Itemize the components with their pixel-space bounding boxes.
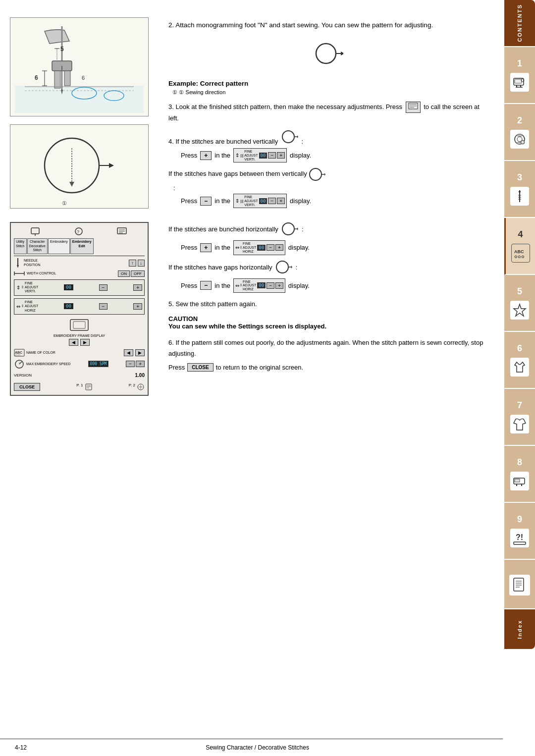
sewing-machine-icon [512,74,528,90]
svg-marker-99 [291,266,292,269]
speed-text: MAX EMBROIDERY SPEED [26,362,71,366]
plus-button-verti[interactable]: + [200,151,212,160]
fine-v-plus[interactable]: + [133,284,142,291]
example-block: Example: Correct pattern ① ① Sewing dire… [168,80,488,209]
fine-v-minus[interactable]: − [99,284,108,291]
step-3-text: 3. Look at the finished stitch pattern, … [168,102,488,124]
svg-point-11 [522,141,524,143]
screen-button-icon[interactable] [406,102,421,113]
emb-frame-label: EMBROIDERY FRAME DISPLAY [54,334,105,337]
needle-pos-icon [14,258,22,268]
needle-down-btn[interactable]: ↓ [138,260,145,267]
version-label: VERSION [14,373,32,378]
bunched-v-symbol [281,130,298,145]
fine-h-minus[interactable]: − [99,303,108,310]
on-btn[interactable]: ON [118,270,130,277]
minus-button-verti[interactable]: − [200,197,212,206]
on-off-buttons: ON OFF [118,270,145,277]
h-plus-btn-display[interactable]: + [275,244,283,251]
color-next-btn[interactable]: ▶ [135,349,145,356]
screen-panel: ? UtilityStitch CharacterDecorativeStitc… [10,222,149,396]
tab-5[interactable]: 5 [504,275,535,332]
off-btn[interactable]: OFF [131,270,145,277]
screen-close-btn[interactable]: CLOSE [14,383,40,391]
gap-v-colon: : [173,184,488,192]
svg-rect-20 [515,479,520,482]
needle-up-btn[interactable]: ↑ [129,260,136,267]
horiz-lcd: 00 [257,245,266,251]
bobbin-icon [512,131,528,147]
plus-btn-display-1[interactable]: + [277,152,285,159]
h-minus-btn-display[interactable]: − [267,244,274,251]
gaps-h-content: If the stitches have gaps horizontally [168,263,272,270]
tab-7-number: 7 [517,400,522,411]
tab-3-icon [510,187,529,206]
tab-7[interactable]: 7 [504,389,535,446]
tab-settings[interactable] [504,560,535,609]
fine-adj-verti-row: ⇕ ⦀ FINEADJUSTVERTI. 00 − + [14,279,145,296]
bar-icon: ⦀ [22,285,23,290]
tab-3[interactable]: 3 [504,161,535,218]
tab-utility[interactable]: UtilityStitch [14,238,27,254]
in-the-1: in the [214,152,230,159]
plus-btn-display-2[interactable]: + [277,198,285,204]
minus-btn-display-2[interactable]: − [268,198,276,204]
step-4-text: 4. If the stitches are bunched verticall… [168,130,488,145]
minus-button-horiz[interactable]: − [200,281,212,290]
color-prev-btn[interactable]: ◀ [124,349,133,356]
frame-next-btn[interactable]: ▶ [80,339,90,346]
svg-rect-25 [514,578,524,591]
tab-2[interactable]: 2 [504,104,535,161]
page-number: 4-12 [15,744,27,751]
page-2: P. 2 [129,383,135,391]
tab-6[interactable]: 6 [504,332,535,389]
svg-text:#123: #123 [15,354,20,357]
tab-1[interactable]: 1 [504,47,535,104]
return-close-btn[interactable]: CLOSE [187,363,213,372]
svg-point-94 [282,223,294,235]
bunched-h-colon: : [302,225,304,233]
settings-doc-icon [509,575,530,595]
speed-minus[interactable]: − [126,361,135,367]
tab-9[interactable]: 9 ?! [504,503,535,560]
page-indicators: P. 1 [76,383,92,391]
h-minus-btn-display-2[interactable]: − [267,282,274,289]
plus-button-horiz[interactable]: + [200,243,212,252]
garment-icon [512,416,528,432]
tab-character[interactable]: CharacterDecorativeStitch [27,238,48,254]
press-plus-label: Press [181,152,197,159]
step-6-press-block: Press CLOSE to return to the original sc… [168,363,488,372]
svg-rect-30 [15,86,144,113]
fine-h-plus[interactable]: + [133,303,142,310]
width-ctrl-label: WIDTH CONTROL [14,270,56,276]
svg-point-61 [282,131,294,143]
foot-diagram-svg: 5 6 6 [15,21,144,113]
step-2-block: 2. Attach monogramming foot "N" and star… [168,20,488,67]
svg-text:✿✿✿: ✿✿✿ [514,255,525,259]
color-icon: ABC #123 [14,349,25,357]
in-the-h-2: in the [214,282,230,289]
speed-plus[interactable]: + [136,361,145,367]
verti-bars-icon-2: ||| [240,199,243,203]
tab-8[interactable]: 8 [504,446,535,503]
frame-prev-btn[interactable]: ◀ [69,339,78,346]
display-1-label: display. [290,152,311,159]
gap-v-content: If the stitches have gaps between them v… [168,170,307,178]
leftright-arrow-h: ⇔ [235,245,239,250]
svg-text:?: ? [77,229,79,234]
up-down-arrow-icon-2: ⇕ [235,198,239,204]
minus-btn-display-1[interactable]: − [268,152,276,159]
stitch-pattern-svg: ① [17,128,141,205]
index-tab[interactable]: Index [504,609,535,649]
h-plus-btn-display-2[interactable]: + [275,282,283,289]
verti-lcd: 00 [259,153,268,159]
tab-9-number: 9 [517,514,522,525]
step-6-press-label: Press [168,364,185,371]
h-display-label-2: display. [288,282,310,289]
contents-tab[interactable]: CONTENTS [504,0,535,47]
tab-4[interactable]: 4 ABC ✿✿✿ [504,218,535,275]
tab-embroidery-edit[interactable]: EmbroideryEdit [70,238,94,254]
bunched-h-text: If the stitches are bunched horizontally… [168,222,488,237]
tab-embroidery[interactable]: Embroidery [48,238,70,254]
index-label: Index [517,620,523,639]
